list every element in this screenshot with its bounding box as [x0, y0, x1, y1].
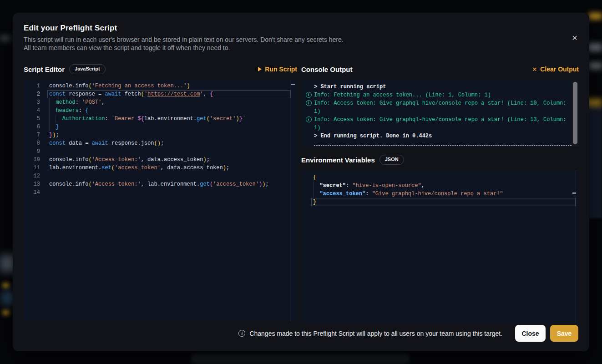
clear-output-button[interactable]: ✕ Clear Output: [532, 66, 579, 73]
code-line[interactable]: 6 }: [24, 123, 297, 131]
console-separator: [303, 140, 572, 146]
editor-cursor-marker: [291, 84, 295, 85]
close-button[interactable]: Close: [515, 325, 546, 342]
line-number: 8: [24, 139, 40, 147]
code-line[interactable]: 4 headers: {: [24, 106, 297, 115]
modal-footer: i Changes made to this Preflight Script …: [24, 325, 578, 342]
line-number: 11: [24, 164, 40, 172]
console-icon-spacer: [303, 83, 314, 84]
info-circle-icon: i: [303, 91, 314, 98]
script-editor-panel: Script Editor JavaScript Run Script 1con…: [24, 63, 297, 323]
code-line[interactable]: 12: [24, 172, 297, 180]
code-line[interactable]: 2const response = await fetch('https://t…: [24, 90, 297, 98]
env-cursor-marker: [572, 192, 576, 194]
backdrop-blob: [588, 63, 602, 69]
line-number: 4: [24, 106, 40, 115]
info-circle-icon: i: [303, 99, 314, 106]
line-number: 9: [24, 147, 40, 156]
script-editor-heading: Script Editor: [24, 66, 65, 73]
script-code-editor[interactable]: 1console.info('Fetching an access token.…: [24, 80, 297, 321]
console-scrollbar-track[interactable]: [572, 81, 578, 147]
line-number: 6: [24, 123, 40, 131]
console-text: > End running script. Done in 0.442s: [314, 132, 572, 140]
clear-icon: ✕: [532, 66, 537, 73]
backdrop-blob: [2, 291, 14, 305]
clear-output-label: Clear Output: [540, 66, 579, 73]
right-column: Console Output ✕ Clear Output > Start ru…: [301, 63, 579, 323]
line-number: 2: [24, 90, 40, 98]
line-number: 7: [24, 131, 40, 139]
console-icon-spacer: [303, 132, 314, 133]
modal-description-line2: All team members can view the script and…: [24, 44, 578, 52]
console-scrollbar-thumb[interactable]: [573, 82, 577, 144]
line-number: 12: [24, 172, 40, 180]
code-line[interactable]: 9: [24, 147, 297, 156]
backdrop-blob: [0, 35, 10, 41]
modal-description-line1: This script will run in each user's brow…: [24, 35, 578, 44]
footer-note: Changes made to this Preflight Script wi…: [249, 330, 502, 337]
console-text: Info: Access token: Give graphql-hive/co…: [314, 116, 572, 132]
console-text: Info: Fetching an access token... (Line:…: [314, 91, 572, 99]
run-script-label: Run Script: [265, 66, 297, 73]
javascript-badge: JavaScript: [69, 64, 106, 74]
code-line[interactable]: "access_token": "Give graphql-hive/conso…: [301, 190, 579, 198]
info-icon: i: [238, 330, 245, 337]
console-entry: iInfo: Access token: Give graphql-hive/c…: [303, 116, 572, 132]
code-line[interactable]: 10console.info('Access token:', data.acc…: [24, 156, 297, 164]
backdrop-blob: [3, 283, 9, 288]
console-text: > Start running script: [314, 83, 572, 91]
code-line[interactable]: }: [301, 198, 579, 206]
backdrop-blob: [3, 310, 9, 315]
code-line[interactable]: 11lab.environment.set('access_token', da…: [24, 164, 297, 172]
backdrop-blob: [589, 13, 602, 20]
backdrop-blob: [191, 354, 410, 364]
modal-close-icon[interactable]: ✕: [568, 32, 581, 45]
environment-variables-heading: Environment Variables: [301, 156, 375, 164]
run-script-button[interactable]: Run Script: [258, 66, 297, 73]
line-number: 13: [24, 180, 40, 188]
console-entry: iInfo: Access token: Give graphql-hive/c…: [303, 99, 572, 116]
console-text: [314, 145, 572, 146]
code-line[interactable]: 5 Authorization: `Bearer ${lab.environme…: [24, 115, 297, 123]
modal-description: This script will run in each user's brow…: [24, 35, 578, 52]
code-line[interactable]: "secret": "hive-is-open-source",: [301, 182, 579, 190]
code-line[interactable]: 8const data = await response.json();: [24, 139, 297, 147]
console-entry: > Start running script: [303, 83, 572, 91]
console-output-heading: Console Output: [301, 66, 353, 73]
line-number: 5: [24, 115, 40, 123]
preflight-script-modal: ✕ Edit your Preflight Script This script…: [13, 13, 589, 351]
code-line[interactable]: 14: [24, 188, 297, 197]
code-line[interactable]: 7});: [24, 131, 297, 139]
console-entry: iInfo: Fetching an access token... (Line…: [303, 91, 572, 99]
console-entry: > End running script. Done in 0.442s: [303, 132, 572, 140]
editor-overview-ruler: [291, 80, 291, 321]
modal-title: Edit your Preflight Script: [24, 24, 578, 33]
environment-variables-editor[interactable]: { "secret": "hive-is-open-source", "acce…: [301, 171, 579, 323]
play-icon: [258, 67, 262, 71]
info-circle-icon: i: [303, 116, 314, 122]
code-line[interactable]: 3 method: 'POST',: [24, 98, 297, 106]
save-button[interactable]: Save: [550, 325, 578, 342]
line-number: 10: [24, 156, 40, 164]
code-line[interactable]: 13console.info('Access token:', lab.envi…: [24, 180, 297, 188]
code-line[interactable]: 1console.info('Fetching an access token.…: [24, 82, 297, 90]
console-output-area: > Start running scriptiInfo: Fetching an…: [301, 80, 579, 147]
current-line-highlight: [311, 198, 576, 206]
console-text: Info: Access token: Give graphql-hive/co…: [314, 99, 572, 116]
line-number: 1: [24, 82, 40, 90]
line-number: 14: [24, 188, 40, 197]
json-badge: JSON: [379, 155, 404, 164]
line-number: 3: [24, 98, 40, 106]
console-icon-spacer: [303, 140, 314, 141]
code-line[interactable]: {: [301, 173, 579, 182]
